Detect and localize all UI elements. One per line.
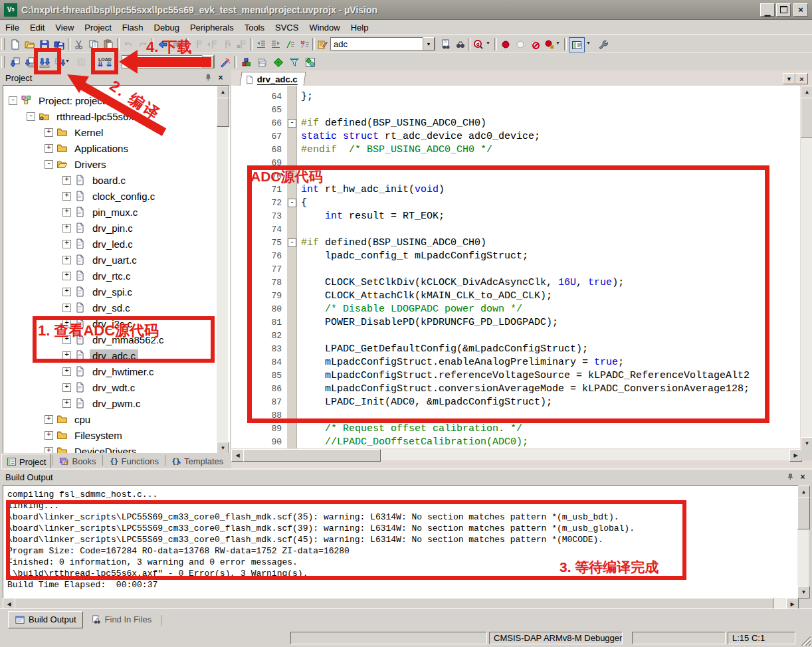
expand-icon[interactable]: + [45, 431, 53, 440]
breakpoint-kill-all-icon[interactable] [528, 37, 542, 51]
options-icon[interactable] [218, 55, 233, 69]
panel-tab-books[interactable]: ?Books [54, 454, 100, 468]
expand-icon[interactable]: + [62, 176, 71, 185]
pin-icon[interactable] [785, 472, 795, 482]
translate-icon[interactable] [8, 55, 23, 69]
menu-tools[interactable]: Tools [239, 21, 270, 34]
editor-hscrollbar[interactable]: ◀ ▶ [231, 449, 801, 460]
tree-item-drv-hwtimer-c[interactable]: +drv_hwtimer.c [62, 363, 157, 379]
select-packs-icon[interactable] [287, 55, 302, 69]
collapse-icon[interactable]: - [45, 160, 53, 169]
bookmark-next-icon[interactable] [219, 37, 234, 51]
doc-close-icon[interactable]: × [795, 73, 808, 84]
tree-item-rtthread-lpc55s6x[interactable]: -rtthread-lpc55s6x [27, 108, 136, 124]
expand-icon[interactable]: + [62, 399, 71, 408]
tree-item-project-project[interactable]: -Project: project [9, 92, 108, 108]
pin-icon[interactable] [203, 73, 213, 82]
tree-item-drv-spi-c[interactable]: +drv_spi.c [62, 284, 135, 300]
configure-icon[interactable] [315, 37, 330, 51]
manage-run-env-icon[interactable] [303, 55, 318, 69]
fold-collapse-icon[interactable]: - [288, 238, 296, 247]
tree-item-filesystem[interactable]: +Filesystem [45, 427, 125, 443]
expand-icon[interactable]: + [62, 240, 71, 248]
collapse-icon[interactable]: - [27, 112, 35, 121]
project-tree-scrollbar[interactable]: ▲ ▼ [217, 86, 228, 454]
tree-item-drv-adc-c[interactable]: +drv_adc.c [62, 347, 138, 363]
tree-item-kernel[interactable]: +Kernel [45, 124, 106, 140]
menu-debug[interactable]: Debug [149, 21, 185, 34]
doc-list-dropdown-icon[interactable]: ▼ [783, 73, 795, 84]
undo-icon[interactable] [121, 37, 136, 51]
dropdown-arrow-icon[interactable]: ▼ [556, 41, 560, 45]
manage-items-icon[interactable] [239, 55, 254, 69]
editor-tab-drv-adc[interactable]: drv_adc.c [239, 72, 306, 86]
paste-icon[interactable] [101, 37, 116, 51]
panel-tab-project[interactable]: Project [1, 454, 51, 470]
menu-project[interactable]: Project [79, 21, 116, 34]
tab-build-output[interactable]: Build Output [8, 611, 83, 628]
close-panel-icon[interactable]: × [797, 472, 808, 482]
copy-icon[interactable] [86, 37, 101, 51]
tree-item-drivers[interactable]: -Drivers [45, 156, 109, 172]
expand-icon[interactable]: + [62, 208, 71, 217]
editor-vscrollbar[interactable]: ▲ ▼ [801, 86, 812, 448]
build-icon[interactable] [23, 55, 37, 69]
tree-item-clock-config-c[interactable]: +clock_config.c [62, 188, 157, 204]
build-output-log[interactable]: compiling fsl_sdmmc_host.c...linking...\… [3, 485, 799, 599]
tree-item-drv-i2c-c[interactable]: +drv_i2c.c [62, 316, 135, 331]
expand-icon[interactable]: + [45, 415, 53, 424]
panel-tab-functions[interactable]: {}Functions [104, 454, 163, 468]
tab-find-in-files[interactable]: Find In Files [85, 612, 158, 628]
menu-flash[interactable]: Flash [117, 21, 149, 34]
breakpoint-enable-all-icon[interactable] [542, 37, 557, 51]
menu-edit[interactable]: Edit [25, 21, 50, 34]
stop-build-icon[interactable] [74, 55, 89, 69]
tree-item-cpu[interactable]: +cpu [45, 411, 93, 427]
expand-icon[interactable]: + [62, 351, 71, 360]
menu-file[interactable]: File [0, 21, 25, 34]
download-to-flash-button[interactable]: LOAD⇊ ⇊ [94, 54, 116, 70]
cut-icon[interactable] [72, 37, 86, 51]
wrench-icon[interactable] [595, 37, 610, 51]
resize-grip[interactable] [801, 636, 811, 646]
expand-icon[interactable]: + [62, 320, 71, 328]
collapse-icon[interactable]: - [9, 96, 17, 105]
tree-item-drv-led-c[interactable]: +drv_led.c [62, 236, 136, 252]
fold-collapse-icon[interactable]: - [288, 199, 296, 207]
tree-item-drv-pin-c[interactable]: +drv_pin.c [62, 220, 136, 236]
maximize-button[interactable] [776, 3, 791, 17]
menu-svcs[interactable]: SVCS [270, 21, 304, 34]
close-panel-icon[interactable]: × [215, 73, 226, 82]
expand-icon[interactable]: + [62, 335, 71, 344]
uncomment-icon[interactable] [298, 37, 312, 51]
tree-item-board-c[interactable]: +board.c [62, 172, 128, 188]
bookmark-icon[interactable] [190, 37, 205, 51]
menu-help[interactable]: Help [346, 21, 374, 34]
find-in-files-icon[interactable] [439, 37, 453, 51]
tree-item-drv-uart-c[interactable]: +drv_uart.c [62, 252, 140, 268]
find-icon[interactable] [453, 37, 468, 51]
minimize-button[interactable]: ▁ [760, 3, 775, 17]
indent-left-icon[interactable] [254, 37, 268, 51]
expand-icon[interactable]: + [62, 367, 71, 376]
search-combobox[interactable]: adc▼ [330, 37, 435, 50]
tree-item-drv-sd-c[interactable]: +drv_sd.c [62, 300, 133, 316]
menu-peripherals[interactable]: Peripherals [185, 21, 239, 34]
dropdown-arrow-icon[interactable]: ▼ [586, 41, 591, 45]
tree-item-applications[interactable]: +Applications [45, 140, 131, 156]
expand-icon[interactable]: + [45, 128, 53, 137]
tree-item-drv-pwm-c[interactable]: +drv_pwm.c [62, 395, 144, 411]
pack-installer-icon[interactable] [271, 55, 286, 69]
build-hscrollbar[interactable]: ◀ ▶ [3, 598, 797, 609]
navigate-back-icon[interactable] [155, 37, 170, 51]
target-combobox[interactable]: rtthread-lpc55s6x▼ [122, 55, 215, 68]
comment-icon[interactable] [283, 37, 298, 51]
breakpoint-disabled-icon[interactable] [513, 37, 528, 51]
expand-icon[interactable]: + [62, 256, 71, 264]
code-view[interactable]: 64};6566-#if defined(BSP_USING_ADC0_CH0)… [231, 86, 800, 448]
bookmark-prev-icon[interactable] [205, 37, 219, 51]
save-icon[interactable] [37, 37, 52, 51]
tree-item-drv-mma8562-c[interactable]: +drv_mma8562.c [62, 331, 167, 347]
expand-icon[interactable]: + [62, 288, 71, 296]
tree-item-pin-mux-c[interactable]: +pin_mux.c [62, 204, 140, 220]
